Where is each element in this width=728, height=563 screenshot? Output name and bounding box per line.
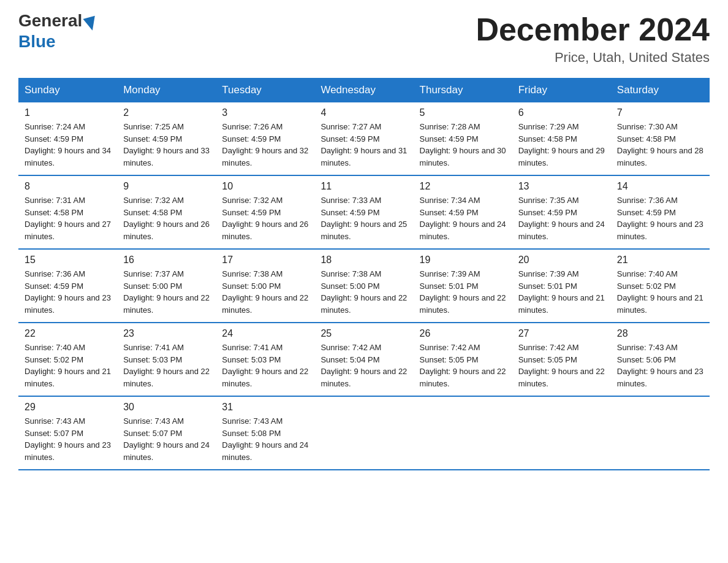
daylight-label: Daylight: 9 hours and 23 minutes. [617, 367, 703, 388]
sunset-label: Sunset: 4:59 PM [222, 134, 281, 144]
day-number: 12 [420, 181, 506, 192]
daylight-label: Daylight: 9 hours and 31 minutes. [320, 146, 407, 167]
sunset-label: Sunset: 4:58 PM [518, 134, 577, 144]
table-row: 25 Sunrise: 7:42 AM Sunset: 5:04 PM Dayl… [314, 323, 413, 396]
daylight-label: Daylight: 9 hours and 22 minutes. [222, 367, 308, 388]
daylight-label: Daylight: 9 hours and 22 minutes. [420, 367, 506, 388]
sunset-label: Sunset: 5:01 PM [420, 282, 479, 291]
day-number: 2 [123, 107, 210, 118]
sunrise-label: Sunrise: 7:39 AM [420, 269, 480, 278]
table-row: 18 Sunrise: 7:38 AM Sunset: 5:00 PM Dayl… [314, 249, 413, 323]
day-info: Sunrise: 7:39 AM Sunset: 5:01 PM Dayligh… [518, 268, 605, 316]
sunrise-label: Sunrise: 7:33 AM [320, 196, 381, 205]
sunset-label: Sunset: 4:59 PM [222, 208, 281, 217]
day-info: Sunrise: 7:42 AM Sunset: 5:04 PM Dayligh… [320, 342, 407, 389]
sunrise-label: Sunrise: 7:42 AM [320, 343, 381, 352]
sunset-label: Sunset: 4:59 PM [320, 208, 379, 217]
day-info: Sunrise: 7:43 AM Sunset: 5:07 PM Dayligh… [123, 415, 210, 463]
calendar-week-row: 29 Sunrise: 7:43 AM Sunset: 5:07 PM Dayl… [18, 396, 710, 470]
day-number: 19 [420, 255, 506, 266]
day-info: Sunrise: 7:42 AM Sunset: 5:05 PM Dayligh… [420, 342, 506, 389]
sunrise-label: Sunrise: 7:43 AM [617, 343, 678, 352]
sunset-label: Sunset: 5:00 PM [222, 282, 281, 291]
daylight-label: Daylight: 9 hours and 22 minutes. [123, 367, 210, 388]
sunrise-label: Sunrise: 7:24 AM [25, 122, 85, 131]
table-row: 13 Sunrise: 7:35 AM Sunset: 4:59 PM Dayl… [512, 175, 611, 249]
table-row: 10 Sunrise: 7:32 AM Sunset: 4:59 PM Dayl… [216, 175, 314, 249]
daylight-label: Daylight: 9 hours and 26 minutes. [222, 220, 308, 241]
table-row: 11 Sunrise: 7:33 AM Sunset: 4:59 PM Dayl… [314, 175, 413, 249]
daylight-label: Daylight: 9 hours and 24 minutes. [123, 440, 210, 462]
table-row: 7 Sunrise: 7:30 AM Sunset: 4:58 PM Dayli… [611, 102, 710, 175]
sunrise-label: Sunrise: 7:35 AM [518, 196, 579, 205]
day-number: 4 [320, 107, 407, 118]
logo: General Blue [18, 12, 99, 52]
table-row: 4 Sunrise: 7:27 AM Sunset: 4:59 PM Dayli… [314, 102, 413, 175]
table-row: 2 Sunrise: 7:25 AM Sunset: 4:59 PM Dayli… [117, 102, 216, 175]
table-row: 31 Sunrise: 7:43 AM Sunset: 5:08 PM Dayl… [216, 396, 314, 470]
day-info: Sunrise: 7:32 AM Sunset: 4:59 PM Dayligh… [222, 194, 308, 242]
day-info: Sunrise: 7:41 AM Sunset: 5:03 PM Dayligh… [222, 342, 308, 389]
day-info: Sunrise: 7:35 AM Sunset: 4:59 PM Dayligh… [518, 194, 605, 242]
day-info: Sunrise: 7:30 AM Sunset: 4:58 PM Dayligh… [617, 121, 703, 169]
day-info: Sunrise: 7:43 AM Sunset: 5:07 PM Dayligh… [25, 415, 111, 463]
day-info: Sunrise: 7:41 AM Sunset: 5:03 PM Dayligh… [123, 342, 210, 389]
day-number: 30 [123, 402, 210, 413]
sunset-label: Sunset: 5:04 PM [320, 355, 379, 364]
daylight-label: Daylight: 9 hours and 23 minutes. [25, 440, 111, 462]
svg-marker-0 [83, 16, 99, 32]
sunset-label: Sunset: 5:01 PM [518, 282, 577, 291]
header-sunday: Sunday [18, 78, 117, 102]
day-info: Sunrise: 7:40 AM Sunset: 5:02 PM Dayligh… [617, 268, 703, 316]
day-info: Sunrise: 7:28 AM Sunset: 4:59 PM Dayligh… [420, 121, 506, 169]
day-number: 11 [320, 181, 407, 192]
logo-triangle-icon [82, 13, 99, 33]
title-block: December 2024 Price, Utah, United States [476, 12, 710, 66]
day-info: Sunrise: 7:38 AM Sunset: 5:00 PM Dayligh… [320, 268, 407, 316]
table-row: 3 Sunrise: 7:26 AM Sunset: 4:59 PM Dayli… [216, 102, 314, 175]
calendar-week-row: 22 Sunrise: 7:40 AM Sunset: 5:02 PM Dayl… [18, 323, 710, 396]
day-number: 27 [518, 328, 605, 339]
sunset-label: Sunset: 4:59 PM [420, 134, 479, 144]
daylight-label: Daylight: 9 hours and 22 minutes. [320, 293, 407, 315]
daylight-label: Daylight: 9 hours and 32 minutes. [222, 146, 308, 167]
sunrise-label: Sunrise: 7:40 AM [617, 269, 678, 278]
daylight-label: Daylight: 9 hours and 25 minutes. [320, 220, 407, 241]
sunset-label: Sunset: 4:58 PM [123, 208, 182, 217]
sunrise-label: Sunrise: 7:42 AM [420, 343, 480, 352]
daylight-label: Daylight: 9 hours and 22 minutes. [420, 293, 506, 315]
table-row: 20 Sunrise: 7:39 AM Sunset: 5:01 PM Dayl… [512, 249, 611, 323]
sunrise-label: Sunrise: 7:34 AM [420, 196, 480, 205]
header-wednesday: Wednesday [314, 78, 413, 102]
location-title: Price, Utah, United States [476, 50, 710, 66]
table-row: 8 Sunrise: 7:31 AM Sunset: 4:58 PM Dayli… [18, 175, 117, 249]
day-number: 28 [617, 328, 703, 339]
table-row: 9 Sunrise: 7:32 AM Sunset: 4:58 PM Dayli… [117, 175, 216, 249]
sunrise-label: Sunrise: 7:29 AM [518, 122, 579, 131]
daylight-label: Daylight: 9 hours and 22 minutes. [320, 367, 407, 388]
sunset-label: Sunset: 5:07 PM [123, 429, 182, 438]
day-info: Sunrise: 7:36 AM Sunset: 4:59 PM Dayligh… [25, 268, 111, 316]
day-number: 31 [222, 402, 308, 413]
day-number: 23 [123, 328, 210, 339]
sunset-label: Sunset: 5:03 PM [123, 355, 182, 364]
daylight-label: Daylight: 9 hours and 22 minutes. [222, 293, 308, 315]
sunrise-label: Sunrise: 7:40 AM [25, 343, 85, 352]
day-info: Sunrise: 7:29 AM Sunset: 4:58 PM Dayligh… [518, 121, 605, 169]
table-row: 16 Sunrise: 7:37 AM Sunset: 5:00 PM Dayl… [117, 249, 216, 323]
logo-text-blue: Blue [18, 32, 56, 52]
sunrise-label: Sunrise: 7:30 AM [617, 122, 678, 131]
month-title: December 2024 [476, 12, 710, 47]
day-number: 8 [25, 181, 111, 192]
daylight-label: Daylight: 9 hours and 23 minutes. [25, 293, 111, 315]
header-thursday: Thursday [414, 78, 512, 102]
calendar-week-row: 15 Sunrise: 7:36 AM Sunset: 4:59 PM Dayl… [18, 249, 710, 323]
day-number: 6 [518, 107, 605, 118]
table-row [314, 396, 413, 470]
daylight-label: Daylight: 9 hours and 24 minutes. [518, 220, 605, 241]
sunset-label: Sunset: 4:59 PM [420, 208, 479, 217]
sunrise-label: Sunrise: 7:25 AM [123, 122, 184, 131]
table-row: 6 Sunrise: 7:29 AM Sunset: 4:58 PM Dayli… [512, 102, 611, 175]
sunset-label: Sunset: 5:07 PM [25, 429, 83, 438]
table-row: 15 Sunrise: 7:36 AM Sunset: 4:59 PM Dayl… [18, 249, 117, 323]
